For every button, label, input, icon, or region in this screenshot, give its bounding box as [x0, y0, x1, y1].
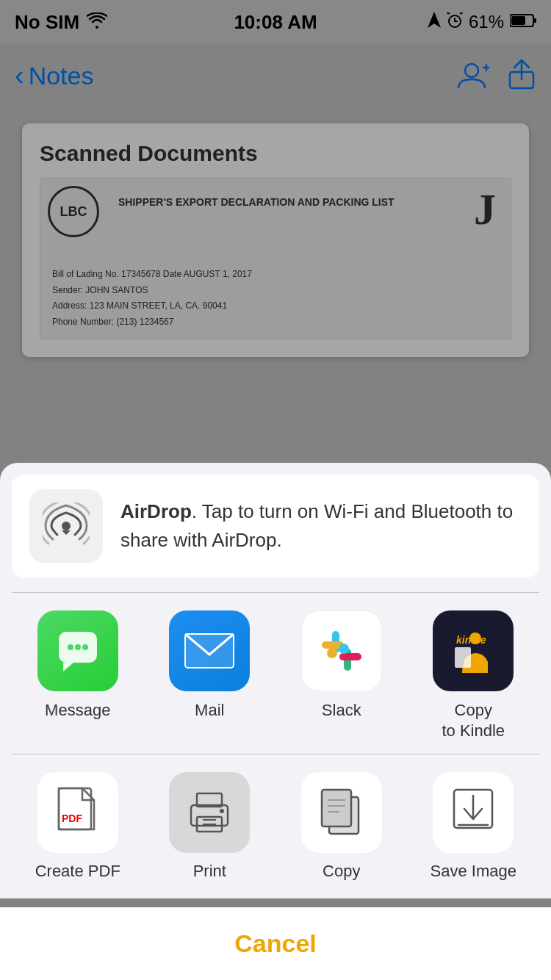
create-pdf-icon-wrap: PDF — [37, 772, 118, 853]
app-item-slack[interactable]: Slack — [276, 610, 408, 742]
svg-point-16 — [75, 644, 81, 650]
mail-app-label: Mail — [195, 700, 224, 721]
cancel-section: Cancel — [0, 907, 551, 980]
svg-rect-23 — [339, 653, 361, 660]
action-item-save-image[interactable]: Save Image — [408, 772, 540, 881]
save-image-label: Save Image — [431, 862, 516, 881]
print-icon-wrap — [169, 772, 250, 853]
airdrop-icon-wrap — [29, 489, 103, 563]
svg-point-17 — [82, 644, 88, 650]
airdrop-scroll-spacer — [0, 577, 551, 592]
airdrop-section[interactable]: AirDrop. Tap to turn on Wi-Fi and Blueto… — [12, 475, 539, 577]
airdrop-icon — [43, 502, 90, 550]
svg-text:PDF: PDF — [62, 813, 82, 824]
message-app-icon — [37, 610, 118, 691]
print-icon — [184, 790, 235, 835]
print-label: Print — [193, 862, 226, 881]
svg-point-11 — [62, 522, 71, 530]
copy-label: Copy — [323, 862, 360, 881]
svg-point-24 — [327, 648, 337, 658]
app-item-message[interactable]: Message — [12, 610, 144, 742]
kindle-app-label: Copy to Kindle — [442, 700, 505, 742]
action-item-print[interactable]: Print — [144, 772, 276, 881]
save-image-icon-wrap — [433, 772, 514, 853]
cancel-button[interactable]: Cancel — [0, 907, 551, 980]
slack-app-label: Slack — [322, 700, 361, 721]
svg-marker-14 — [63, 663, 73, 671]
app-item-kindle[interactable]: kindle Copy to Kindle — [408, 610, 540, 742]
share-main-panel: AirDrop. Tap to turn on Wi-Fi and Blueto… — [0, 463, 551, 898]
apps-row: Message Mail — [0, 593, 551, 754]
actions-row: PDF Create PDF Print — [0, 754, 551, 898]
svg-marker-12 — [62, 530, 71, 535]
app-item-mail[interactable]: Mail — [144, 610, 276, 742]
svg-text:kindle: kindle — [456, 634, 486, 646]
copy-icon-wrap — [301, 772, 382, 853]
svg-point-37 — [220, 809, 224, 813]
share-sheet: AirDrop. Tap to turn on Wi-Fi and Blueto… — [0, 463, 551, 980]
create-pdf-label: Create PDF — [35, 862, 120, 881]
save-image-icon — [451, 787, 495, 838]
copy-icon — [317, 787, 365, 838]
airdrop-text: AirDrop. Tap to turn on Wi-Fi and Blueto… — [120, 497, 522, 555]
svg-rect-39 — [322, 790, 351, 826]
kindle-app-icon: kindle — [433, 610, 514, 691]
create-pdf-icon: PDF — [56, 787, 100, 838]
svg-point-15 — [68, 644, 73, 650]
action-item-create-pdf[interactable]: PDF Create PDF — [12, 772, 144, 881]
slack-app-icon — [301, 610, 382, 691]
message-app-label: Message — [45, 700, 110, 721]
action-item-copy[interactable]: Copy — [276, 772, 408, 881]
svg-point-25 — [339, 644, 349, 654]
mail-app-icon — [169, 610, 250, 691]
